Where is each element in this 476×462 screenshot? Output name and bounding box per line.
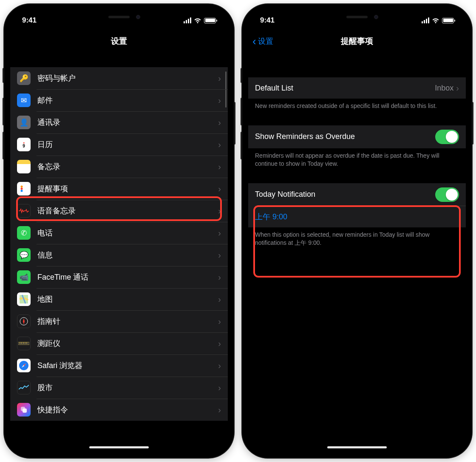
chevron-right-icon: › [218, 118, 221, 128]
chevron-right-icon: › [218, 250, 221, 260]
facetime-icon: 📹 [17, 270, 31, 284]
phone-icon: ✆ [17, 226, 31, 240]
maps-icon [17, 292, 31, 306]
home-indicator[interactable] [327, 446, 387, 448]
svg-marker-4 [23, 318, 25, 324]
today-time-value: 上午 9:00 [255, 212, 459, 222]
row-compass[interactable]: 指南针› [10, 310, 228, 332]
mail-icon: ✉︎ [17, 94, 31, 107]
row-measure[interactable]: 测距仪› [10, 332, 228, 354]
row-stocks[interactable]: 股市› [10, 377, 228, 399]
row-passwords[interactable]: 🔑密码与帐户› [10, 67, 228, 89]
chevron-right-icon: › [218, 162, 221, 172]
row-calendar[interactable]: ●9日历› [10, 133, 228, 156]
chevron-right-icon: › [218, 206, 221, 216]
stocks-icon [17, 381, 31, 394]
row-shortcuts[interactable]: 快捷指令› [10, 399, 228, 421]
chevron-right-icon: › [218, 272, 221, 282]
back-button[interactable]: ‹ 设置 [252, 36, 273, 47]
row-safari[interactable]: Safari 浏览器› [10, 354, 228, 377]
row-mail[interactable]: ✉︎邮件› [10, 89, 228, 111]
row-maps[interactable]: 地图› [10, 288, 228, 310]
chevron-right-icon: › [218, 74, 221, 83]
chevron-right-icon: › [456, 83, 459, 93]
svg-point-1 [21, 188, 23, 190]
chevron-right-icon: › [218, 295, 221, 304]
today-toggle[interactable] [435, 187, 459, 202]
chevron-right-icon: › [218, 339, 221, 349]
row-contacts[interactable]: 👤通讯录› [10, 111, 228, 133]
overdue-toggle[interactable] [435, 130, 459, 144]
chevron-left-icon: ‹ [252, 36, 256, 47]
overdue-footer: Reminders will not appear as overdue if … [248, 148, 466, 168]
chevron-right-icon: › [218, 383, 221, 393]
row-voice-memos[interactable]: 语音备忘录› [10, 200, 228, 222]
home-indicator[interactable] [89, 446, 149, 448]
overdue-row[interactable]: Show Reminders as Overdue [248, 125, 466, 148]
today-footer: When this option is selected, new remind… [248, 227, 466, 247]
svg-rect-15 [23, 408, 27, 413]
phone-right: 9:41 ‹ 设置 提醒事项 Default List Inbox › [242, 4, 472, 458]
cellular-signal-icon [422, 17, 429, 23]
chevron-right-icon: › [218, 184, 221, 194]
page-title: 提醒事项 [341, 36, 373, 47]
row-reminders[interactable]: 提醒事项› [10, 178, 228, 200]
cellular-signal-icon [184, 17, 191, 23]
shortcuts-icon [17, 403, 31, 417]
row-messages[interactable]: 💬信息› [10, 244, 228, 266]
calendar-icon: ●9 [17, 138, 31, 151]
status-time: 9:41 [260, 16, 275, 25]
measure-icon [17, 337, 31, 350]
row-notes[interactable]: 备忘录› [10, 156, 228, 178]
svg-point-0 [21, 186, 23, 188]
key-icon: 🔑 [17, 71, 31, 85]
wifi-icon [432, 17, 439, 23]
phone-left: 9:41 设置 🔑密码与帐户› ✉︎邮件› 👤通讯录› ●9日历› 备忘录› 提… [4, 4, 234, 458]
safari-icon [17, 359, 31, 372]
row-facetime[interactable]: 📹FaceTime 通话› [10, 266, 228, 288]
battery-icon [204, 18, 216, 23]
back-label: 设置 [258, 36, 273, 46]
today-time-row[interactable]: 上午 9:00 [248, 206, 466, 227]
chevron-right-icon: › [218, 228, 221, 238]
chevron-right-icon: › [218, 361, 221, 371]
chevron-right-icon: › [218, 96, 221, 105]
default-list-value: Inbox [435, 84, 453, 93]
wifi-icon [194, 17, 201, 23]
nav-bar: 设置 [10, 31, 228, 52]
default-list-row[interactable]: Default List Inbox › [248, 77, 466, 99]
compass-icon [17, 315, 31, 328]
today-notification-row[interactable]: Today Notification [248, 183, 466, 206]
page-title: 设置 [111, 36, 127, 47]
voice-memo-icon [17, 204, 31, 218]
chevron-right-icon: › [218, 317, 221, 326]
default-list-footer: New reminders created outside of a speci… [248, 99, 466, 110]
nav-bar: ‹ 设置 提醒事项 [248, 31, 466, 52]
settings-list: 🔑密码与帐户› ✉︎邮件› 👤通讯录› ●9日历› 备忘录› 提醒事项› 语音备… [10, 67, 228, 421]
chevron-right-icon: › [218, 140, 221, 150]
row-phone[interactable]: ✆电话› [10, 222, 228, 244]
svg-point-2 [21, 190, 23, 192]
reminders-icon [17, 182, 31, 196]
notes-icon [17, 160, 31, 173]
messages-icon: 💬 [17, 248, 31, 262]
battery-icon [442, 18, 454, 23]
status-time: 9:41 [22, 16, 37, 25]
chevron-right-icon: › [218, 405, 221, 415]
contacts-icon: 👤 [17, 116, 31, 129]
